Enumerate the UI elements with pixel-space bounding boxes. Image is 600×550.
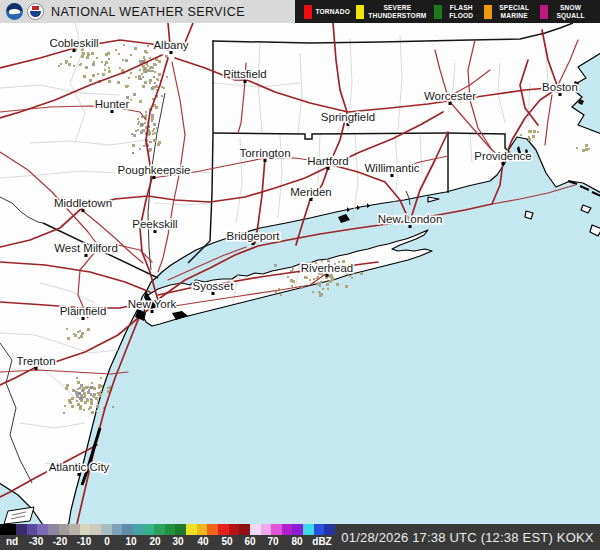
boston-harbor <box>570 51 600 135</box>
radar-echo-pixel <box>301 287 303 289</box>
radar-echo-pixel <box>105 53 108 56</box>
radar-map[interactable]: CobleskillAlbanyPittsfieldHunterWorceste… <box>0 23 600 524</box>
city-label: Pittsfield <box>223 68 266 80</box>
radar-echo-pixel <box>65 60 68 63</box>
radar-echo-pixel <box>166 76 168 78</box>
radar-map-canvas[interactable]: CobleskillAlbanyPittsfieldHunterWorceste… <box>0 23 600 524</box>
radar-echo-pixel <box>153 123 156 126</box>
radar-echo-pixel <box>91 412 93 414</box>
legend-label-tornado: TORNADO <box>315 8 350 16</box>
radar-echo-pixel <box>532 135 535 138</box>
radar-echo-pixel <box>528 136 530 138</box>
radar-echo-pixel <box>349 275 351 277</box>
city-label: Boston <box>542 81 578 93</box>
radar-echo-pixel <box>137 118 139 120</box>
radar-echo-pixel <box>158 73 161 76</box>
severe-thunderstorm-swatch <box>356 5 364 19</box>
radar-echo-pixel <box>146 69 148 71</box>
radar-echo-pixel <box>149 82 151 84</box>
radar-echo-pixel <box>83 409 85 411</box>
radar-echo-pixel <box>152 86 155 89</box>
scale-tick-label: 40 <box>197 536 208 547</box>
radar-echo-pixel <box>88 389 90 391</box>
city-label: West Milford <box>54 242 118 254</box>
radar-echo-pixel <box>108 58 110 60</box>
radar-echo-pixel <box>83 75 86 78</box>
radar-echo-pixel <box>135 130 137 132</box>
radar-echo-pixel <box>76 400 78 402</box>
radar-echo-pixel <box>152 130 154 132</box>
radar-echo-pixel <box>73 65 75 67</box>
radar-echo-pixel <box>65 387 68 390</box>
radar-echo-pixel <box>312 291 314 293</box>
radar-echo-pixel <box>149 79 152 82</box>
city-dot <box>252 242 255 245</box>
radar-echo-pixel <box>147 45 149 47</box>
colorbar-tick-labels: nd-30-20-1001020304050607080dBZ <box>0 535 335 550</box>
radar-echo-pixel <box>588 148 590 150</box>
radar-echo-pixel <box>318 283 321 286</box>
scale-tick-label: 0 <box>104 536 110 547</box>
nws-radar-page: NATIONAL WEATHER SERVICE TORNADO SEVERE … <box>0 0 600 550</box>
radar-echo-pixel <box>533 130 536 133</box>
radar-echo-pixel <box>145 114 147 116</box>
radar-echo-pixel <box>161 95 163 97</box>
radar-echo-pixel <box>80 384 83 387</box>
radar-echo-pixel <box>82 52 85 55</box>
radar-echo-pixel <box>130 72 132 74</box>
radar-echo-pixel <box>122 59 124 61</box>
radar-echo-pixel <box>151 114 154 117</box>
radar-echo-pixel <box>144 59 146 61</box>
radar-echo-pixel <box>141 73 143 75</box>
city-label: Meriden <box>290 186 332 198</box>
radar-echo-pixel <box>93 61 95 63</box>
scale-tick-label: 30 <box>172 536 183 547</box>
radar-echo-pixel <box>143 145 145 147</box>
radar-echo-pixel <box>81 55 84 58</box>
city-dot <box>391 174 394 177</box>
radar-echo-pixel <box>132 152 134 154</box>
city-dot <box>310 198 313 201</box>
city-label: Plainfield <box>60 305 107 317</box>
city-label: Albany <box>153 39 188 51</box>
radar-echo-pixel <box>90 393 92 395</box>
radar-echo-pixel <box>91 382 93 384</box>
flash-flood-swatch <box>434 5 442 19</box>
radar-echo-pixel <box>158 60 161 63</box>
radar-echo-pixel <box>86 56 89 59</box>
radar-echo-pixel <box>92 63 95 66</box>
radar-echo-pixel <box>351 277 353 279</box>
bottom-bar: nd-30-20-1001020304050607080dBZ 01/28/20… <box>0 524 600 550</box>
radar-echo-pixel <box>309 279 311 281</box>
radar-echo-pixel <box>153 76 155 78</box>
city-dot <box>449 102 452 105</box>
scale-tick-label: -10 <box>77 536 91 547</box>
city-label: Middletown <box>54 197 112 209</box>
radar-echo-pixel <box>153 139 156 142</box>
radar-echo-pixel <box>125 59 128 62</box>
radar-echo-pixel <box>163 87 165 89</box>
radar-echo-pixel <box>137 123 139 125</box>
city-dot <box>170 51 173 54</box>
radar-echo-pixel <box>97 400 99 402</box>
radar-echo-pixel <box>317 276 319 278</box>
city-label: Providence <box>474 150 532 162</box>
city-dot <box>347 123 350 126</box>
city-dot <box>212 292 215 295</box>
top-banner: NATIONAL WEATHER SERVICE TORNADO SEVERE … <box>0 0 600 23</box>
radar-echo-pixel <box>319 292 321 294</box>
radar-echo-pixel <box>117 81 120 84</box>
radar-echo-pixel <box>156 127 158 129</box>
radar-echo-pixel <box>585 148 588 151</box>
radar-echo-pixel <box>151 120 153 122</box>
radar-echo-pixel <box>90 398 92 400</box>
noaa-logo-icon <box>6 3 23 20</box>
radar-echo-pixel <box>143 71 145 73</box>
radar-echo-pixel <box>290 279 293 282</box>
radar-echo-pixel <box>145 67 147 69</box>
radar-echo-pixel <box>72 405 74 407</box>
radar-echo-pixel <box>149 141 151 143</box>
radar-echo-pixel <box>336 283 339 286</box>
legend-label-flash-flood: FLASH FLOOD <box>445 4 478 19</box>
scale-tick-label: 50 <box>221 536 232 547</box>
